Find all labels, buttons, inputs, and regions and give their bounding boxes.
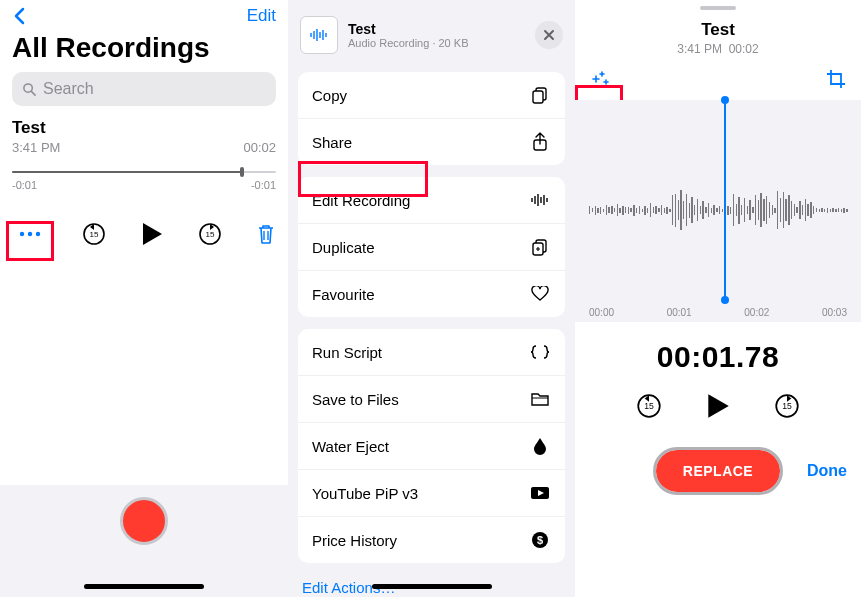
edit-title: Test bbox=[575, 20, 861, 40]
playhead[interactable] bbox=[724, 100, 726, 300]
action-copy[interactable]: Copy bbox=[298, 72, 565, 119]
action-favourite[interactable]: Favourite bbox=[298, 271, 565, 317]
svg-point-2 bbox=[20, 232, 24, 236]
edit-subtitle: 3:41 PM 00:02 bbox=[575, 42, 861, 56]
play-icon bbox=[140, 221, 164, 247]
action-duplicate[interactable]: Duplicate bbox=[298, 224, 565, 271]
magic-wand-icon bbox=[589, 68, 611, 90]
ellipsis-icon bbox=[19, 231, 41, 237]
header: Edit bbox=[0, 0, 288, 26]
track-left-time: -0:01 bbox=[12, 179, 37, 191]
share-icon bbox=[529, 131, 551, 153]
action-label: YouTube PiP v3 bbox=[312, 485, 418, 502]
action-label: Water Eject bbox=[312, 438, 389, 455]
action-sheet: Test Audio Recording · 20 KB Copy Share … bbox=[288, 0, 575, 597]
svg-text:15: 15 bbox=[782, 401, 792, 411]
play-button[interactable] bbox=[705, 392, 731, 420]
track-times: -0:01 -0:01 bbox=[12, 179, 276, 191]
search-input[interactable]: Search bbox=[12, 72, 276, 106]
waveform-area[interactable]: 00:00 00:01 00:02 00:03 bbox=[575, 100, 861, 322]
done-button[interactable]: Done bbox=[807, 462, 847, 480]
action-edit-recording[interactable]: Edit Recording bbox=[298, 177, 565, 224]
waveform-icon bbox=[529, 189, 551, 211]
action-label: Save to Files bbox=[312, 391, 399, 408]
playback-scrubber[interactable] bbox=[12, 171, 276, 173]
action-group-3: Run Script Save to Files Water Eject You… bbox=[298, 329, 565, 563]
action-label: Edit Recording bbox=[312, 192, 410, 209]
duplicate-icon bbox=[529, 236, 551, 258]
replace-button[interactable]: REPLACE bbox=[656, 450, 780, 492]
action-price-history[interactable]: Price History $ bbox=[298, 517, 565, 563]
action-label: Favourite bbox=[312, 286, 375, 303]
time-marks: 00:00 00:01 00:02 00:03 bbox=[575, 307, 861, 318]
svg-rect-18 bbox=[533, 91, 543, 103]
close-button[interactable] bbox=[535, 21, 563, 49]
timemark: 00:01 bbox=[667, 307, 692, 318]
timemark: 00:02 bbox=[744, 307, 769, 318]
svg-text:15: 15 bbox=[206, 230, 215, 239]
subtitle-time: 3:41 PM bbox=[677, 42, 722, 56]
edit-tools bbox=[575, 56, 861, 90]
play-button[interactable] bbox=[140, 221, 164, 247]
action-label: Run Script bbox=[312, 344, 382, 361]
edit-button[interactable]: Edit bbox=[247, 6, 276, 26]
track-right-time: -0:01 bbox=[251, 179, 276, 191]
skip-forward-15-button[interactable]: 15 bbox=[773, 392, 801, 420]
svg-point-3 bbox=[28, 232, 32, 236]
trash-icon bbox=[256, 223, 276, 245]
audio-file-icon bbox=[300, 16, 338, 54]
recording-duration: 00:02 bbox=[243, 140, 276, 155]
svg-point-4 bbox=[36, 232, 40, 236]
action-share[interactable]: Share bbox=[298, 119, 565, 165]
delete-button[interactable] bbox=[256, 223, 276, 245]
share-sheet-screen: Test Audio Recording · 20 KB Copy Share … bbox=[288, 0, 575, 597]
action-save-to-files[interactable]: Save to Files bbox=[298, 376, 565, 423]
bottom-action-row: REPLACE Done bbox=[575, 450, 861, 492]
skip-back-icon: 15 bbox=[81, 221, 107, 247]
scrubber-knob[interactable] bbox=[240, 167, 244, 177]
action-label: Duplicate bbox=[312, 239, 375, 256]
skip-forward-15-button[interactable]: 15 bbox=[197, 221, 223, 247]
edit-playback-controls: 15 15 bbox=[575, 392, 861, 420]
file-subtitle: Audio Recording · 20 KB bbox=[348, 37, 525, 49]
skip-back-15-button[interactable]: 15 bbox=[81, 221, 107, 247]
edit-recording-screen: Test 3:41 PM 00:02 00:00 00:01 00:02 00:… bbox=[575, 0, 861, 597]
heart-icon bbox=[529, 283, 551, 305]
search-placeholder: Search bbox=[43, 80, 94, 98]
copy-icon bbox=[529, 84, 551, 106]
skip-forward-icon: 15 bbox=[197, 221, 223, 247]
enhance-button[interactable] bbox=[589, 68, 611, 90]
trim-button[interactable] bbox=[825, 68, 847, 90]
bottom-toolbar bbox=[0, 485, 288, 597]
recording-time: 3:41 PM bbox=[12, 140, 60, 155]
play-icon bbox=[705, 392, 731, 420]
recording-item[interactable]: Test 3:41 PM 00:02 bbox=[0, 118, 288, 155]
skip-forward-icon: 15 bbox=[773, 392, 801, 420]
action-label: Copy bbox=[312, 87, 347, 104]
more-options-button[interactable] bbox=[12, 219, 48, 249]
file-title: Test bbox=[348, 21, 525, 37]
skip-back-15-button[interactable]: 15 bbox=[635, 392, 663, 420]
action-label: Share bbox=[312, 134, 352, 151]
droplet-icon bbox=[529, 435, 551, 457]
action-run-script[interactable]: Run Script bbox=[298, 329, 565, 376]
playback-controls: 15 15 bbox=[12, 219, 276, 249]
record-button[interactable] bbox=[120, 497, 168, 545]
svg-text:15: 15 bbox=[644, 401, 654, 411]
close-icon bbox=[543, 29, 555, 41]
svg-line-1 bbox=[31, 91, 35, 95]
crop-icon bbox=[825, 68, 847, 90]
sheet-handle[interactable] bbox=[700, 6, 736, 10]
current-time: 00:01.78 bbox=[575, 340, 861, 374]
voice-memos-list-screen: Edit All Recordings Search Test 3:41 PM … bbox=[0, 0, 288, 597]
waveform-bars bbox=[589, 180, 847, 240]
action-group-2: Edit Recording Duplicate Favourite bbox=[298, 177, 565, 317]
action-youtube-pip[interactable]: YouTube PiP v3 bbox=[298, 470, 565, 517]
sheet-header: Test Audio Recording · 20 KB bbox=[288, 0, 575, 64]
back-chevron-icon[interactable] bbox=[12, 7, 26, 25]
timemark: 00:00 bbox=[589, 307, 614, 318]
action-group-1: Copy Share bbox=[298, 72, 565, 165]
action-water-eject[interactable]: Water Eject bbox=[298, 423, 565, 470]
svg-text:15: 15 bbox=[90, 230, 99, 239]
recording-title: Test bbox=[12, 118, 276, 138]
